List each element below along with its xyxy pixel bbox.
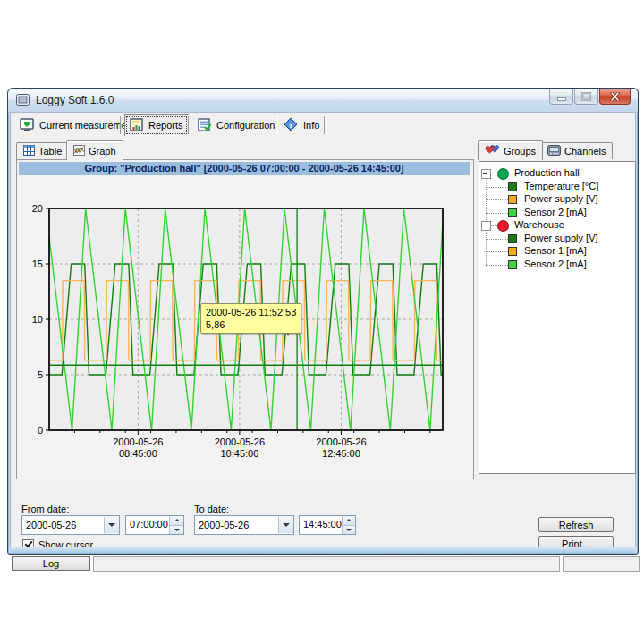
- toolbar-separator: [324, 116, 327, 134]
- tooltip-value: 5,86: [206, 318, 296, 331]
- graph-panel: Group: "Production hall" [2000-05-26 07:…: [16, 159, 474, 479]
- channel-tree: Production hall Temperature [°C] Power s…: [479, 161, 636, 474]
- spin-down-icon[interactable]: [343, 526, 355, 535]
- tree-channel[interactable]: Temperature [°C]: [479, 181, 635, 193]
- channel-color-icon: [508, 247, 517, 256]
- toolbar-separator: [188, 116, 191, 134]
- close-button[interactable]: [599, 89, 631, 105]
- status-panel-right: [563, 556, 640, 572]
- info-icon: i: [284, 117, 298, 133]
- reports-label: Reports: [148, 120, 183, 131]
- titlebar[interactable]: Loggy Soft 1.6.0: [8, 89, 638, 112]
- from-date-dropdown-icon[interactable]: [104, 517, 119, 533]
- app-icon: [16, 94, 30, 106]
- tree-group-warehouse[interactable]: Warehouse: [479, 219, 635, 232]
- tooltip-timestamp: 2000-05-26 11:52:53: [206, 306, 296, 318]
- tab-graph[interactable]: Graph: [66, 140, 123, 160]
- refresh-button[interactable]: Refresh: [538, 517, 614, 532]
- configuration-button[interactable]: Configuration: [192, 114, 280, 136]
- tab-channels[interactable]: Channels: [540, 142, 613, 159]
- to-date-combobox[interactable]: 2000-05-26: [194, 515, 294, 535]
- info-button[interactable]: i Info: [278, 114, 325, 136]
- channel-color-icon: [508, 208, 517, 217]
- info-label: Info: [303, 120, 319, 131]
- tab-channels-label: Channels: [564, 146, 606, 157]
- group-status-icon: [497, 168, 509, 180]
- svg-text:5: 5: [38, 369, 43, 380]
- channel-color-icon: [508, 234, 517, 243]
- from-time-spinner[interactable]: 07:00:00: [125, 515, 184, 535]
- checkmark-icon: [25, 539, 33, 547]
- channel-label: Sensor 2 [mA]: [524, 207, 587, 218]
- from-date-label: From date:: [21, 504, 69, 514]
- to-date-label: To date:: [194, 504, 229, 514]
- configuration-label: Configuration: [216, 120, 275, 131]
- app-window: Loggy Soft 1.6.0 Current measurement: [7, 88, 639, 555]
- channel-label: Power supply [V]: [524, 193, 598, 205]
- svg-text:0: 0: [38, 425, 43, 436]
- tree-group-production-hall[interactable]: Production hall: [479, 167, 635, 180]
- svg-text:08:45:00: 08:45:00: [119, 448, 157, 459]
- channel-color-icon: [508, 260, 517, 269]
- svg-text:10:45:00: 10:45:00: [220, 448, 258, 459]
- from-date-combobox[interactable]: 2000-05-26: [21, 515, 120, 535]
- from-time-value: 07:00:00: [126, 516, 169, 534]
- svg-text:10: 10: [32, 314, 43, 325]
- page: Loggy Soft 1.6.0 Current measurement: [0, 0, 644, 644]
- svg-text:20: 20: [32, 203, 43, 214]
- channels-icon: [547, 145, 561, 157]
- to-time-spinner[interactable]: 14:45:00: [299, 515, 356, 535]
- tree-channel[interactable]: Sensor 1 [mA]: [479, 245, 635, 258]
- svg-text:12:45:00: 12:45:00: [322, 448, 360, 459]
- channel-label: Temperature [°C]: [524, 181, 598, 192]
- toolbar-separator: [120, 116, 123, 134]
- group-label: Production hall: [514, 167, 580, 179]
- tree-channel[interactable]: Power supply [V]: [479, 233, 635, 245]
- svg-text:2000-05-26: 2000-05-26: [113, 436, 163, 447]
- window-title: Loggy Soft 1.6.0: [36, 94, 114, 106]
- table-icon: [23, 145, 35, 157]
- maximize-icon: [581, 92, 591, 101]
- window-bottom-edge: [10, 547, 636, 553]
- reports-icon: [130, 118, 143, 133]
- from-date-value: 2000-05-26: [22, 520, 104, 530]
- tab-groups[interactable]: Groups: [478, 140, 543, 160]
- maximize-button[interactable]: [574, 89, 598, 105]
- close-icon: [610, 92, 620, 101]
- tab-graph-label: Graph: [89, 146, 116, 157]
- channel-label: Power supply [V]: [524, 233, 598, 244]
- tree-channel[interactable]: Sensor 2 [mA]: [479, 207, 635, 219]
- graph-header: Group: "Production hall" [2000-05-26 07:…: [19, 162, 470, 175]
- group-status-icon: [497, 220, 509, 232]
- configuration-icon: [198, 118, 211, 133]
- log-button[interactable]: Log: [12, 556, 90, 571]
- channel-label: Sensor 2 [mA]: [524, 258, 587, 270]
- spin-down-icon[interactable]: [170, 526, 183, 535]
- graph-icon: [73, 145, 85, 157]
- tab-table[interactable]: Table: [16, 142, 69, 159]
- svg-text:15: 15: [32, 258, 43, 269]
- group-label: Warehouse: [514, 219, 564, 231]
- to-date-value: 2000-05-26: [195, 520, 278, 530]
- reports-button[interactable]: Reports: [124, 114, 189, 136]
- tree-channel[interactable]: Power supply [V]: [479, 193, 635, 206]
- spin-up-icon[interactable]: [170, 516, 183, 526]
- minimize-button[interactable]: [549, 89, 573, 105]
- to-time-value: 14:45:00: [300, 516, 342, 534]
- tab-table-label: Table: [38, 146, 62, 157]
- groups-icon: [485, 144, 500, 157]
- channel-color-icon: [508, 182, 517, 191]
- spin-up-icon[interactable]: [343, 516, 355, 526]
- svg-text:2000-05-26: 2000-05-26: [215, 436, 265, 447]
- tree-channel[interactable]: Sensor 2 [mA]: [479, 258, 635, 271]
- client-area: Current measurement Reports Configuratio…: [10, 112, 636, 547]
- channel-label: Sensor 1 [mA]: [524, 245, 587, 257]
- channel-color-icon: [508, 195, 517, 204]
- chart-tooltip: 2000-05-26 11:52:53 5,86: [200, 303, 301, 334]
- minimize-icon: [557, 92, 566, 101]
- to-date-dropdown-icon[interactable]: [278, 517, 293, 533]
- current-measurement-icon: [20, 118, 34, 133]
- svg-text:2000-05-26: 2000-05-26: [316, 436, 366, 447]
- tab-groups-label: Groups: [504, 146, 536, 157]
- status-panel: [93, 556, 560, 572]
